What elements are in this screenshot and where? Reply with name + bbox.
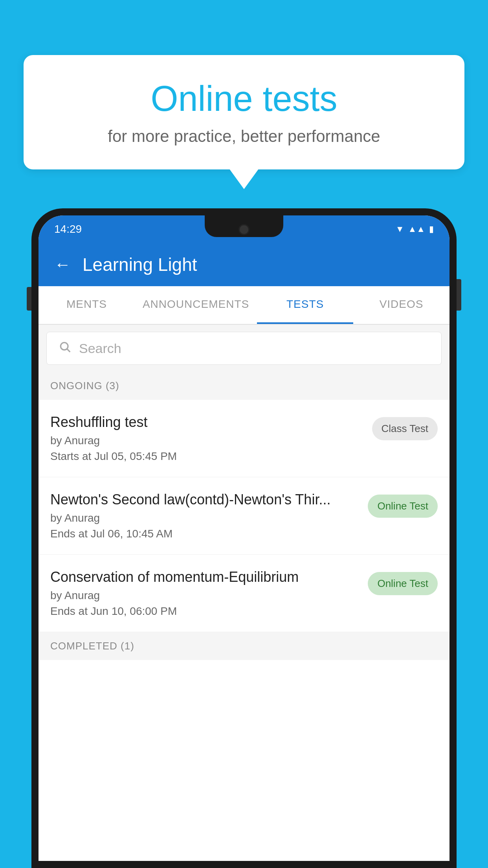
ongoing-section-header: ONGOING (3) — [39, 372, 449, 400]
phone-camera — [238, 224, 250, 235]
svg-point-0 — [61, 342, 68, 350]
test-badge-class: Class Test — [372, 417, 438, 440]
phone-outer: 14:29 ▼ ▲▲ ▮ ← Learning Light MENTS ANNO… — [31, 208, 457, 868]
test-name: Reshuffling test — [50, 414, 364, 430]
test-info: Reshuffling test by Anurag Starts at Jul… — [50, 414, 372, 463]
tab-videos[interactable]: VIDEOS — [353, 286, 449, 324]
search-bar[interactable]: Search — [46, 332, 442, 365]
battery-icon: ▮ — [429, 224, 434, 234]
tab-tests[interactable]: TESTS — [257, 286, 353, 324]
tab-ments[interactable]: MENTS — [39, 286, 135, 324]
test-info: Newton's Second law(contd)-Newton's Thir… — [50, 491, 368, 540]
status-time: 14:29 — [54, 223, 82, 235]
bubble-title: Online tests — [55, 79, 433, 119]
ongoing-title: ONGOING (3) — [50, 380, 119, 392]
search-icon — [59, 340, 71, 357]
completed-title: COMPLETED (1) — [50, 640, 134, 652]
test-item[interactable]: Newton's Second law(contd)-Newton's Thir… — [39, 477, 449, 555]
phone-container: 14:29 ▼ ▲▲ ▮ ← Learning Light MENTS ANNO… — [31, 208, 457, 868]
wifi-icon: ▼ — [396, 224, 404, 234]
test-item[interactable]: Conservation of momentum-Equilibrium by … — [39, 555, 449, 632]
back-button[interactable]: ← — [54, 255, 71, 274]
test-time: Ends at Jul 06, 10:45 AM — [50, 528, 360, 540]
speech-bubble-container: Online tests for more practice, better p… — [24, 55, 464, 169]
app-bar: ← Learning Light — [39, 243, 449, 286]
tab-announcements[interactable]: ANNOUNCEMENTS — [135, 286, 257, 324]
test-author: by Anurag — [50, 512, 360, 524]
test-badge-online: Online Test — [368, 572, 438, 595]
search-container: Search — [39, 325, 449, 372]
test-badge-online: Online Test — [368, 495, 438, 518]
phone-screen: 14:29 ▼ ▲▲ ▮ ← Learning Light MENTS ANNO… — [39, 215, 449, 861]
app-title: Learning Light — [83, 254, 197, 275]
phone-side-button-left — [27, 287, 31, 311]
svg-line-1 — [67, 349, 70, 352]
test-author: by Anurag — [50, 589, 360, 602]
bubble-subtitle: for more practice, better performance — [55, 127, 433, 146]
test-name: Conservation of momentum-Equilibrium — [50, 569, 360, 585]
test-time: Ends at Jun 10, 06:00 PM — [50, 605, 360, 618]
status-icons: ▼ ▲▲ ▮ — [396, 224, 434, 234]
search-placeholder: Search — [79, 341, 121, 356]
test-info: Conservation of momentum-Equilibrium by … — [50, 569, 368, 618]
signal-icon: ▲▲ — [408, 224, 425, 234]
test-author: by Anurag — [50, 434, 364, 447]
phone-notch — [205, 215, 283, 237]
tests-list: Reshuffling test by Anurag Starts at Jul… — [39, 400, 449, 861]
test-time: Starts at Jul 05, 05:45 PM — [50, 450, 364, 463]
completed-section-header: COMPLETED (1) — [39, 632, 449, 660]
phone-side-button-right — [457, 279, 461, 311]
test-item[interactable]: Reshuffling test by Anurag Starts at Jul… — [39, 400, 449, 477]
test-name: Newton's Second law(contd)-Newton's Thir… — [50, 491, 360, 508]
speech-bubble: Online tests for more practice, better p… — [24, 55, 464, 169]
tabs-container: MENTS ANNOUNCEMENTS TESTS VIDEOS — [39, 286, 449, 325]
